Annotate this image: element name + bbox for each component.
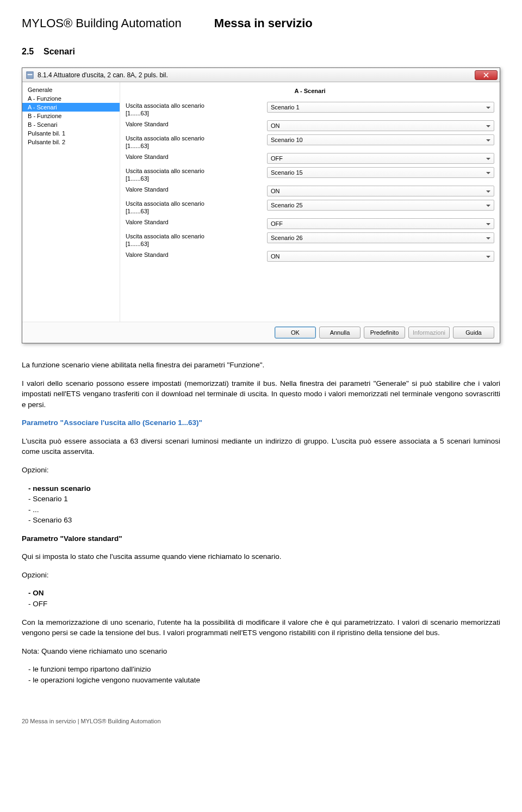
param-dropdown[interactable]: Scenario 25 [267,200,494,211]
parameter-panel: A - Scenari Uscita associata allo scenar… [120,82,500,322]
param-dropdown[interactable]: OFF [267,218,494,229]
param-dropdown[interactable]: ON [267,120,494,131]
param-row: Uscita associata allo scenario[1......63… [126,232,494,248]
paragraph: I valori dello scenario possono essere i… [22,378,500,410]
param-heading: Parametro "Associare l'uscita allo (Scen… [22,417,500,428]
options-label: Opzioni: [22,465,500,476]
list-item: ON [28,588,500,599]
ets-parameter-dialog: 8.1.4 Attuatore d'uscita, 2 can. 8A, 2 p… [22,67,500,343]
list-item: OFF [28,599,500,610]
param-dropdown[interactable]: Scenario 10 [267,134,494,145]
options-label: Opzioni: [22,570,500,581]
param-row: Valore StandardOFF [126,153,494,164]
param-row: Uscita associata allo scenario[1......63… [126,167,494,182]
param-dropdown[interactable]: Scenario 26 [267,232,494,243]
list-item: ... [28,505,500,515]
param-dropdown[interactable]: ON [267,186,494,196]
paragraph: La funzione scenario viene abilitata nel… [22,360,500,371]
app-icon [26,71,34,79]
page-header: MYLOS® Building Automation Messa in serv… [22,16,500,30]
note-label: Nota: Quando viene richiamato uno scenar… [22,646,500,657]
options-list: nessun scenarioScenario 1...Scenario 63 [22,483,500,526]
close-button[interactable] [475,70,498,80]
param-heading: Parametro "Valore standard" [22,533,500,544]
help-button[interactable]: Guida [453,327,494,339]
param-label: Uscita associata allo scenario[1......63… [126,232,267,248]
info-button: Informazioni [408,327,450,339]
param-row: Valore StandardOFF [126,218,494,229]
param-label: Valore Standard [126,120,267,128]
param-row: Valore StandardON [126,120,494,131]
param-label: Valore Standard [126,153,267,161]
param-label: Uscita associata allo scenario[1......63… [126,167,267,182]
param-row: Valore StandardON [126,251,494,262]
svg-rect-1 [28,74,33,75]
cancel-button[interactable]: Annulla [319,327,361,339]
section-heading: 2.5 Scenari [22,47,500,57]
paragraph: Con la memorizzazione di uno scenario, l… [22,617,500,638]
list-item: nessun scenario [28,483,500,494]
body-content: La funzione scenario viene abilitata nel… [22,360,500,685]
header-product: MYLOS® Building Automation [22,16,182,30]
param-dropdown[interactable]: OFF [267,153,494,164]
param-label: Valore Standard [126,251,267,259]
panel-title: A - Scenari [126,85,494,102]
parameter-tree: GeneraleA - FunzioneA - ScenariB - Funzi… [22,82,120,322]
options-list: ONOFF [22,588,500,609]
tree-item[interactable]: A - Funzione [22,94,120,103]
param-dropdown[interactable]: Scenario 1 [267,102,494,113]
list-item: Scenario 1 [28,494,500,505]
paragraph: L'uscita può essere associata a 63 diver… [22,436,500,457]
tree-item[interactable]: Pulsante bil. 2 [22,138,120,146]
param-dropdown[interactable]: ON [267,251,494,262]
default-button[interactable]: Predefinito [364,327,405,339]
param-label: Uscita associata allo scenario[1......63… [126,200,267,215]
tree-item[interactable]: Pulsante bil. 1 [22,129,120,138]
dialog-footer: OK Annulla Predefinito Informazioni Guid… [22,322,500,343]
paragraph: Qui si imposta lo stato che l'uscita ass… [22,551,500,562]
param-row: Uscita associata allo scenario[1......63… [126,134,494,150]
tree-item[interactable]: A - Scenari [22,103,120,112]
tree-item[interactable]: Generale [22,85,120,94]
header-section: Messa in servizio [214,16,313,30]
ok-button[interactable]: OK [275,327,316,339]
list-item: le funzioni tempo ripartono dall'inizio [28,664,500,675]
page-footer: 20 Messa in servizio | MYLOS® Building A… [22,718,500,724]
dialog-title: 8.1.4 Attuatore d'uscita, 2 can. 8A, 2 p… [38,71,475,79]
param-label: Uscita associata allo scenario[1......63… [126,102,267,117]
tree-item[interactable]: B - Funzione [22,112,120,120]
tree-item[interactable]: B - Scenari [22,120,120,129]
param-label: Valore Standard [126,218,267,226]
param-label: Valore Standard [126,186,267,193]
note-list: le funzioni tempo ripartono dall'iniziol… [22,664,500,685]
param-dropdown[interactable]: Scenario 15 [267,167,494,178]
param-label: Uscita associata allo scenario[1......63… [126,134,267,150]
param-row: Valore StandardON [126,186,494,196]
param-row: Uscita associata allo scenario[1......63… [126,102,494,117]
title-bar: 8.1.4 Attuatore d'uscita, 2 can. 8A, 2 p… [22,68,500,82]
param-row: Uscita associata allo scenario[1......63… [126,200,494,215]
list-item: Scenario 63 [28,515,500,526]
list-item: le operazioni logiche vengono nuovamente… [28,675,500,686]
